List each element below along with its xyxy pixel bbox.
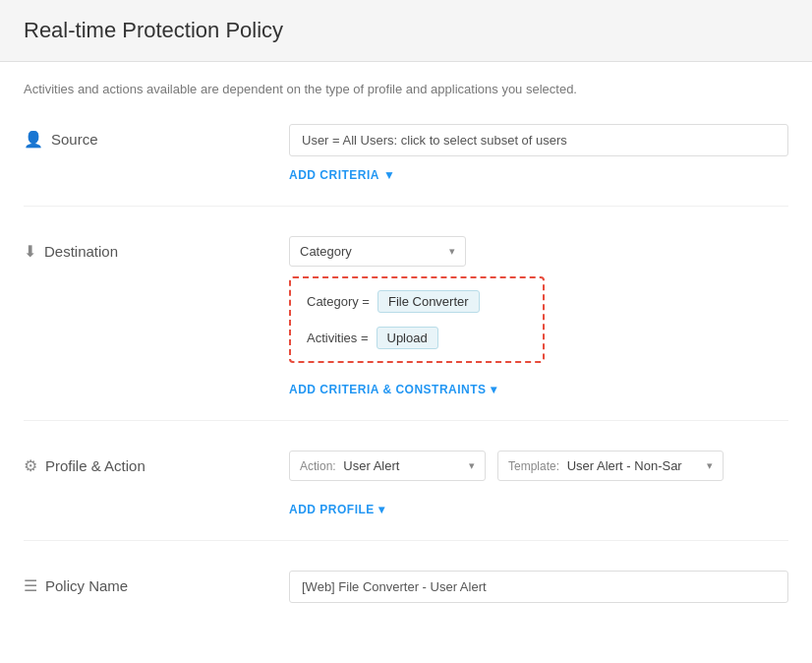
source-label: 👤 Source bbox=[24, 124, 289, 149]
add-criteria-label: ADD CRITERIA bbox=[289, 168, 379, 182]
destination-content: Category ▾ Category = File Converter Act… bbox=[289, 236, 788, 400]
activities-criteria-label: Activities = bbox=[307, 331, 369, 345]
source-label-text: Source bbox=[51, 131, 98, 148]
source-section: 👤 Source ADD CRITERIA ▼ bbox=[24, 124, 788, 207]
template-value: User Alert - Non-Sar bbox=[567, 458, 682, 473]
destination-icon: ⬇ bbox=[24, 242, 36, 261]
person-icon: 👤 bbox=[24, 130, 43, 149]
category-criteria-value: File Converter bbox=[377, 290, 480, 313]
add-profile-arrow: ▾ bbox=[378, 503, 385, 516]
category-criteria-label: Category = bbox=[307, 294, 370, 309]
destination-label-text: Destination bbox=[44, 243, 118, 260]
add-constraints-arrow: ▾ bbox=[491, 383, 497, 396]
criteria-dashed-box: Category = File Converter Activities = U… bbox=[289, 276, 545, 363]
template-dropdown[interactable]: Template: User Alert - Non-Sar ▾ bbox=[497, 451, 724, 481]
profile-action-label: ⚙ Profile & Action bbox=[24, 451, 289, 475]
policy-name-content bbox=[289, 571, 788, 603]
profile-action-label-text: Profile & Action bbox=[45, 457, 145, 474]
policy-icon: ☰ bbox=[24, 576, 37, 595]
profile-icon: ⚙ bbox=[24, 456, 37, 475]
action-dropdown-text: Action: User Alert bbox=[300, 458, 399, 473]
activities-criteria-value: Upload bbox=[377, 327, 438, 349]
source-input[interactable] bbox=[289, 124, 788, 156]
subtitle-text: Activities and actions available are dep… bbox=[24, 82, 788, 96]
category-dropdown-arrow: ▾ bbox=[449, 245, 455, 258]
action-dropdown-arrow: ▾ bbox=[469, 459, 475, 472]
source-content: ADD CRITERIA ▼ bbox=[289, 124, 788, 186]
template-prefix: Template: bbox=[508, 459, 559, 473]
category-dropdown-label: Category bbox=[300, 244, 352, 259]
add-profile-label: ADD PROFILE bbox=[289, 503, 375, 516]
policy-name-section: ☰ Policy Name bbox=[24, 571, 788, 603]
add-criteria-arrow: ▼ bbox=[383, 168, 395, 182]
policy-name-label: ☰ Policy Name bbox=[24, 571, 289, 595]
add-profile-button[interactable]: ADD PROFILE ▾ bbox=[289, 499, 384, 520]
add-criteria-button[interactable]: ADD CRITERIA ▼ bbox=[289, 164, 395, 186]
profile-action-section: ⚙ Profile & Action Action: User Alert ▾ … bbox=[24, 451, 788, 541]
add-constraints-button[interactable]: ADD CRITERIA & CONSTRAINTS ▾ bbox=[289, 379, 496, 400]
category-criteria-row: Category = File Converter bbox=[307, 290, 527, 313]
action-row: Action: User Alert ▾ Template: User Aler… bbox=[289, 451, 788, 481]
destination-section: ⬇ Destination Category ▾ Category = File… bbox=[24, 236, 788, 421]
page-title: Real-time Protection Policy bbox=[24, 18, 788, 43]
template-dropdown-text: Template: User Alert - Non-Sar bbox=[508, 458, 682, 473]
action-dropdown[interactable]: Action: User Alert ▾ bbox=[289, 451, 486, 481]
policy-name-label-text: Policy Name bbox=[45, 577, 128, 594]
profile-action-content: Action: User Alert ▾ Template: User Aler… bbox=[289, 451, 788, 520]
action-value: User Alert bbox=[343, 458, 399, 473]
add-constraints-label: ADD CRITERIA & CONSTRAINTS bbox=[289, 383, 487, 396]
policy-name-input[interactable] bbox=[289, 571, 788, 603]
destination-label: ⬇ Destination bbox=[24, 236, 289, 261]
template-dropdown-arrow: ▾ bbox=[707, 459, 713, 472]
activities-criteria-row: Activities = Upload bbox=[307, 327, 527, 349]
category-dropdown[interactable]: Category ▾ bbox=[289, 236, 466, 267]
action-prefix: Action: bbox=[300, 459, 336, 473]
